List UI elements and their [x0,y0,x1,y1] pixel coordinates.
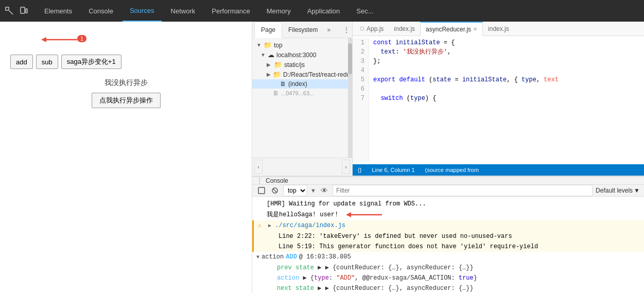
tab-network[interactable]: Network [164,0,203,22]
code-line-2: text: '我没执行异步', [373,47,640,57]
top-bar: Elements Console Sources Network Perform… [0,0,644,22]
tree-label-top: top [274,42,283,49]
add-button[interactable]: add [10,55,33,69]
default-levels-label: Default levels [596,187,633,194]
inspect-icon[interactable] [4,6,14,16]
tree-scrollbar[interactable] [348,38,352,158]
file-icon-hash: 🗎 [273,90,279,97]
tree-item-top[interactable]: ▼ 📁 top [252,40,352,50]
file-icon-index: 🗎 [280,80,286,88]
console-header: ⋮ Console [252,177,644,185]
tree-menu-icon[interactable]: ⋮ [343,26,350,34]
tree-item-react[interactable]: ▶ 📁 D:/React/Test/react-redux/sr [252,70,352,79]
nav-forward-arrow[interactable]: › [342,160,350,174]
code-line-3: }; [373,57,640,66]
action-button[interactable]: 点我执行异步操作 [92,93,161,108]
file-tab-icon-appjs: ⬡ [360,26,364,31]
svg-rect-0 [6,7,9,10]
devtools-main: Page Filesystem » ⋮ ▼ 📁 [252,22,644,293]
tree-arrow-top: ▼ [256,42,262,48]
console-context-select[interactable]: top [283,185,307,196]
default-levels[interactable]: Default levels ▼ [596,187,640,194]
tree-label-localhost: localhost:3000 [276,51,316,59]
tree-arrow-static: ▶ [267,62,272,67]
device-icon[interactable] [19,6,29,16]
group-label-add: ADD [286,252,297,262]
code-line-5: export default (state = initialState, { … [373,75,640,84]
tab-performance[interactable]: Performance [204,0,257,22]
code-status-bar: {} Line 6, Column 1 (source mapped from [353,164,644,176]
code-line-7: switch (type) { [373,94,640,103]
console-sub-action: action ▶ {type: "ADD", @@redux-saga/SAGA… [252,273,644,283]
svg-line-7 [273,188,277,193]
group-label-action: action [262,252,284,262]
console-block-icon[interactable] [270,185,280,196]
next-state-arrow[interactable]: ▶ [318,285,321,292]
tab-console[interactable]: Console [81,0,120,22]
group-expand-arrow[interactable]: ▼ [256,253,259,262]
svg-marker-9 [346,212,351,217]
next-state-label: next state [277,285,318,292]
console-line-saga: 我是helloSaga! user! [252,209,644,220]
tree-arrow-localhost: ▼ [260,52,266,58]
close-icon-async[interactable]: ✕ [473,26,477,32]
action-value-arrow[interactable]: ▶ [303,274,306,282]
tree-item-hash[interactable]: 🗎 ...0479...63... [252,89,352,98]
action-value: {type: "ADD", @@redux-saga/SAGA_ACTION: … [310,274,477,282]
curly-braces-icon: {} [358,167,361,173]
devtools-icons [4,6,29,16]
tree-label-react: D:/React/Test/react-redux/sr [283,71,352,78]
tab-elements[interactable]: Elements [37,0,79,22]
nav-back-arrow[interactable]: ‹ [254,160,263,174]
tab-security[interactable]: Sec... [349,0,380,22]
file-tab-appjs[interactable]: ⬡ App.js [355,22,389,36]
badge-arrow [41,34,82,45]
file-tabs-bar: ⬡ App.js index.js asyncReducer.js ✕ [353,22,644,36]
status-info: (source mapped from [425,167,479,173]
sub-button[interactable]: sub [36,55,58,69]
tree-item-localhost[interactable]: ▼ ☁ localhost:3000 [252,50,352,60]
cloud-icon: ☁ [268,51,274,59]
saga-log-text: 我是helloSaga! user! [267,210,338,219]
true-value: true [459,274,474,282]
console-eye-icon[interactable]: 👁 [319,185,329,196]
code-content: 1234567 const initialState = { text: '我没… [353,36,644,164]
file-tab-label-appjs: App.js [367,25,384,32]
warn-icon: ⚠ [258,221,262,230]
levels-arrow: ▼ [634,187,640,194]
tree-arrow-react: ▶ [267,72,271,77]
console-context-arrow[interactable]: ▼ [310,187,316,194]
code-line-1: const initialState = { [373,38,640,47]
console-sub-prev: prev state ▶ ▶ {countReducer: {…}, async… [252,263,644,273]
console-toolbar: top ▼ 👁 Default levels ▼ [252,185,644,197]
console-line-warn2: Line 5:19: This generator function does … [252,242,644,252]
saga-arrow [343,210,385,220]
tab-sources[interactable]: Sources [123,0,162,22]
file-tab-asyncreducer[interactable]: asyncReducer.js ✕ [420,22,483,36]
type-key: type [314,274,329,282]
sub-tab-filesystem[interactable]: Filesystem [282,22,324,38]
file-tab-indexjs2[interactable]: index.js [483,22,514,36]
code-editor-area: ⬡ App.js index.js asyncReducer.js ✕ [353,22,644,176]
tree-item-index[interactable]: 🗎 (index) [252,79,352,89]
prev-state-arrow[interactable]: ▶ [318,264,321,271]
file-tab-indexjs1[interactable]: index.js [389,22,420,36]
status-position: Line 6, Column 1 [372,167,414,173]
expand-arrow-warn[interactable]: ▶ [268,223,271,229]
sub-tab-page[interactable]: Page [254,22,282,38]
code-line-6 [373,84,640,94]
saga-button[interactable]: saga异步变化+1 [61,55,121,69]
console-drag-icon: ⋮ [256,177,263,184]
sub-tab-more[interactable]: » [324,24,334,36]
console-filter-input[interactable] [333,185,593,196]
devtools-bottom: ⋮ Console top ▼ [252,176,644,293]
console-line-warning: ⚠ ▶ ./src/saga/index.js [252,220,644,231]
warning-file[interactable]: ./src/saga/index.js [275,222,345,229]
code-lines[interactable]: const initialState = { text: '我没执行异步', }… [369,38,644,162]
console-play-icon[interactable] [256,185,267,196]
action-label-text: action [277,274,303,282]
warn-text-1: Line 2:22: 'takeEvery' is defined but ne… [279,233,512,240]
tab-memory[interactable]: Memory [259,0,298,22]
tree-item-static[interactable]: ▶ 📁 static/js [252,60,352,70]
tab-application[interactable]: Application [300,0,347,22]
